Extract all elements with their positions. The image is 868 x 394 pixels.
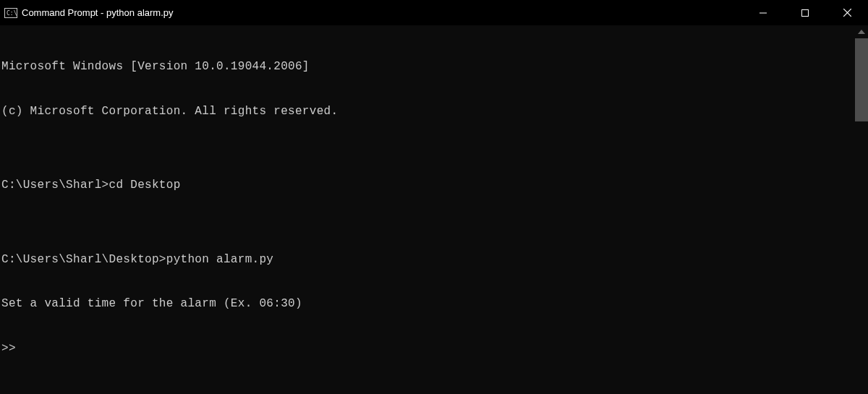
terminal-line: Set a valid time for the alarm (Ex. 06:3… <box>1 296 868 312</box>
terminal-line: C:\Users\Sharl\Desktop>python alarm.py <box>1 252 868 267</box>
svg-marker-6 <box>858 30 865 34</box>
minimize-button[interactable] <box>742 0 784 25</box>
scroll-thumb[interactable] <box>855 38 868 121</box>
svg-rect-3 <box>802 9 809 16</box>
window-title: Command Prompt - python alarm.py <box>22 7 174 18</box>
close-button[interactable] <box>826 0 868 25</box>
terminal-output[interactable]: Microsoft Windows [Version 10.0.19044.20… <box>0 25 868 371</box>
window-controls <box>742 0 868 25</box>
terminal-prompt: >> <box>1 341 868 356</box>
terminal-line: C:\Users\Sharl>cd Desktop <box>1 178 868 193</box>
svg-text:C:\: C:\ <box>7 10 17 17</box>
terminal-line: Microsoft Windows [Version 10.0.19044.20… <box>1 59 868 74</box>
cmd-icon: C:\ <box>4 8 17 18</box>
titlebar: C:\ Command Prompt - python alarm.py <box>0 0 868 25</box>
terminal-line: (c) Microsoft Corporation. All rights re… <box>1 104 868 119</box>
titlebar-left: C:\ Command Prompt - python alarm.py <box>4 7 174 18</box>
scroll-up-icon[interactable] <box>855 25 868 38</box>
maximize-button[interactable] <box>784 0 826 25</box>
scrollbar[interactable] <box>855 25 868 394</box>
